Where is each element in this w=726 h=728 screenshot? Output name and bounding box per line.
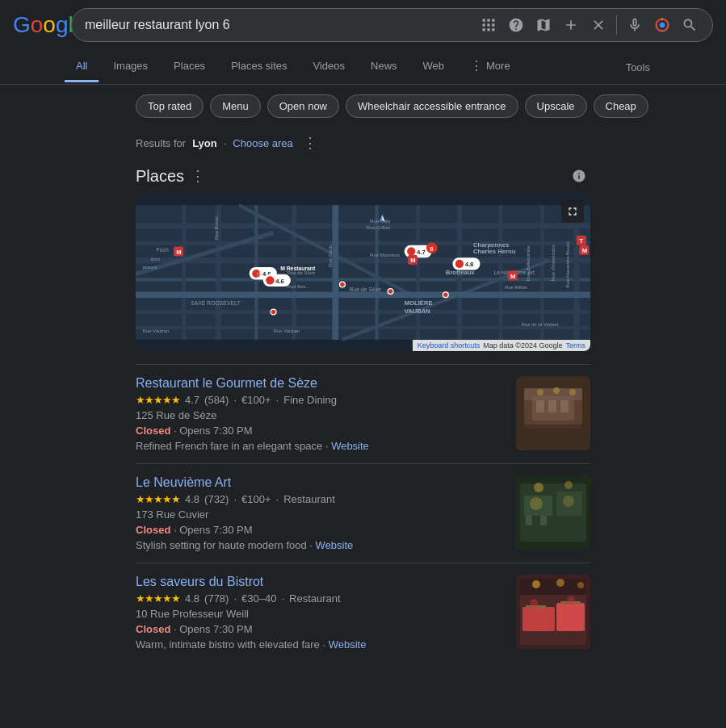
open-time-2: Opens 7:30 PM xyxy=(179,524,252,536)
places-options-button[interactable]: ⋮ xyxy=(191,167,205,185)
tab-web[interactable]: Web xyxy=(412,52,456,82)
svg-text:Rue Garib...: Rue Garib... xyxy=(328,241,333,268)
restaurant-card-neuvieme: Le Neuvième Art ★★★★★ 4.8 (732) · €100+ … xyxy=(136,463,590,563)
svg-point-114 xyxy=(530,497,543,510)
search-divider xyxy=(616,15,617,35)
svg-text:aveurs: aveurs xyxy=(143,265,157,270)
open-time-1: Opens 7:30 PM xyxy=(179,425,252,437)
restaurant-image-2[interactable] xyxy=(516,475,590,550)
restaurant-desc-3: Warm, intimate bistro with elevated fare… xyxy=(136,638,503,651)
chip-wheelchair[interactable]: Wheelchair accessible entrance xyxy=(346,94,518,118)
category-2: Restaurant xyxy=(283,493,335,505)
svg-point-76 xyxy=(455,260,464,268)
chip-upscale[interactable]: Upscale xyxy=(525,94,587,118)
svg-text:M: M xyxy=(176,249,181,256)
search-input[interactable] xyxy=(85,18,472,32)
svg-text:Rue Bellecombe: Rue Bellecombe xyxy=(526,245,531,281)
tab-all[interactable]: All xyxy=(65,52,99,82)
plus-icon[interactable] xyxy=(561,15,581,35)
restaurant-desc-2: Stylish setting for haute modern food · … xyxy=(136,539,503,551)
map-credits: Keyboard shortcuts Map data ©2024 Google… xyxy=(413,340,590,351)
tab-more[interactable]: ⋮ More xyxy=(459,50,522,84)
keyboard-shortcuts-link[interactable]: Keyboard shortcuts xyxy=(418,341,481,349)
website-link-2[interactable]: Website xyxy=(316,539,354,551)
question-icon[interactable] xyxy=(506,15,526,35)
restaurant-image-1[interactable] xyxy=(516,376,590,450)
restaurant-address-1: 125 Rue de Sèze xyxy=(136,409,503,421)
svg-rect-101 xyxy=(536,400,544,412)
results-options-button[interactable]: ⋮ xyxy=(303,134,317,152)
svg-rect-102 xyxy=(548,400,556,412)
google-logo: Google xyxy=(13,12,61,38)
choose-area-link[interactable]: Choose area xyxy=(233,137,292,149)
svg-rect-2 xyxy=(492,19,494,22)
tab-images[interactable]: Images xyxy=(102,52,159,82)
reviews-3: (778) xyxy=(204,592,229,605)
stars-1: ★★★★★ xyxy=(136,394,180,406)
price-separator-2: · xyxy=(233,493,237,505)
rating-1: 4.7 xyxy=(185,394,199,406)
svg-point-94 xyxy=(271,309,276,315)
tab-tools[interactable]: Tools xyxy=(615,53,661,82)
chip-top-rated[interactable]: Top rated xyxy=(136,94,204,118)
svg-text:M: M xyxy=(410,257,415,264)
maps-icon[interactable] xyxy=(534,15,553,35)
map-container[interactable]: Rue de Sèze Rue Sully Rue Crillon Rue Bo… xyxy=(136,194,590,351)
restaurant-name-3[interactable]: Les saveurs du Bistrot xyxy=(136,575,503,589)
restaurant-meta-3: ★★★★★ 4.8 (778) · €30–40 · Restaurant xyxy=(136,592,503,605)
restaurant-image-3[interactable] xyxy=(516,575,590,649)
svg-point-115 xyxy=(563,496,574,507)
svg-rect-120 xyxy=(522,607,555,631)
tab-places-sites[interactable]: Places sites xyxy=(220,52,298,82)
svg-rect-8 xyxy=(492,28,494,31)
svg-rect-13 xyxy=(661,19,663,21)
tab-videos[interactable]: Videos xyxy=(302,52,357,82)
close-icon[interactable] xyxy=(589,15,608,35)
category-1: Fine Dining xyxy=(283,394,337,406)
svg-text:Rue Vauban: Rue Vauban xyxy=(274,328,300,333)
website-link-1[interactable]: Website xyxy=(331,440,369,452)
svg-rect-124 xyxy=(520,579,586,595)
price-separator-3: · xyxy=(233,592,237,605)
restaurant-desc-1: Refined French fare in an elegant space … xyxy=(136,440,503,452)
chip-menu[interactable]: Menu xyxy=(210,94,261,118)
reviews-1: (584) xyxy=(204,394,229,406)
svg-text:Rue Masséna: Rue Masséna xyxy=(370,253,401,257)
map-expand-button[interactable] xyxy=(561,200,584,223)
desc-text-2: Stylish setting for haute modern food xyxy=(136,539,307,551)
price-separator-1: · xyxy=(233,394,237,406)
svg-text:Foch: Foch xyxy=(157,247,169,253)
svg-text:M: M xyxy=(510,273,515,280)
restaurant-name-2[interactable]: Le Neuvième Art xyxy=(136,475,503,490)
map-terms-link[interactable]: Terms xyxy=(566,341,586,349)
apps-grid-icon[interactable] xyxy=(479,15,498,35)
voice-search-icon[interactable] xyxy=(625,15,644,35)
svg-text:VAUBAN: VAUBAN xyxy=(405,308,431,315)
chip-open-now[interactable]: Open now xyxy=(267,94,339,118)
category-3: Restaurant xyxy=(289,592,341,605)
category-separator-1: · xyxy=(276,394,279,406)
svg-rect-0 xyxy=(483,19,485,22)
website-link-3[interactable]: Website xyxy=(329,638,367,651)
stars-3: ★★★★★ xyxy=(136,592,180,605)
tab-places[interactable]: Places xyxy=(162,52,216,82)
svg-point-125 xyxy=(532,580,540,588)
places-section: Places ⋮ xyxy=(0,165,726,662)
tab-news[interactable]: News xyxy=(359,52,409,82)
svg-rect-107 xyxy=(524,388,582,400)
google-lens-icon[interactable] xyxy=(653,15,672,35)
chip-cheap[interactable]: Cheap xyxy=(594,94,648,118)
results-location: Lyon xyxy=(192,137,217,149)
restaurant-info-3: Les saveurs du Bistrot ★★★★★ 4.8 (778) ·… xyxy=(136,575,503,651)
search-submit-icon[interactable] xyxy=(680,15,699,35)
places-info-button[interactable] xyxy=(568,165,590,187)
restaurant-name-1[interactable]: Restaurant le Gourmet de Sèze xyxy=(136,376,503,391)
svg-point-79 xyxy=(266,276,274,284)
results-dot: · xyxy=(224,137,227,149)
svg-point-71 xyxy=(407,247,415,255)
status-closed-1: Closed xyxy=(136,425,170,437)
rating-3: 4.8 xyxy=(185,592,199,605)
svg-text:Rue Bos...: Rue Bos... xyxy=(287,284,310,289)
svg-text:M: M xyxy=(582,247,587,254)
restaurant-hours-1: Closed · Opens 7:30 PM xyxy=(136,425,503,437)
